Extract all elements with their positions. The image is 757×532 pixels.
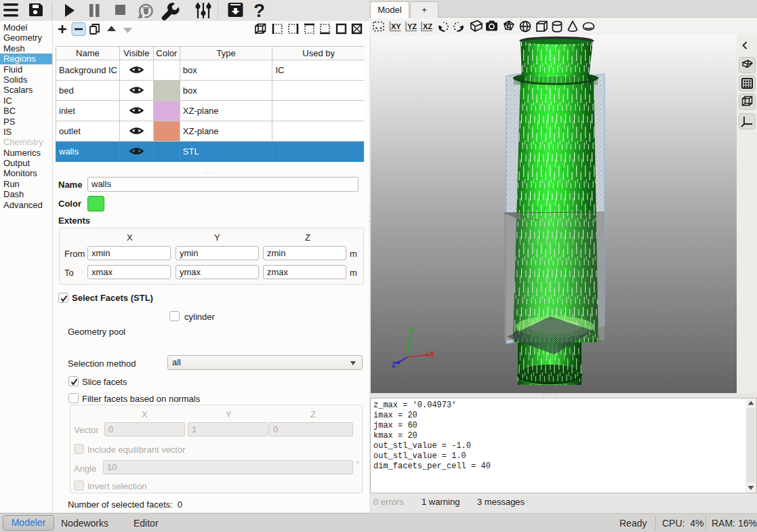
svg-text:Y: Y [409, 327, 415, 335]
svg-text:YZ: YZ [407, 22, 417, 30]
svg-text:X: X [430, 350, 435, 359]
svg-text:Z: Z [392, 361, 396, 369]
svg-text:?: ? [253, 0, 265, 21]
svg-text:XY: XY [391, 22, 401, 30]
svg-text:XZ: XZ [423, 22, 432, 30]
